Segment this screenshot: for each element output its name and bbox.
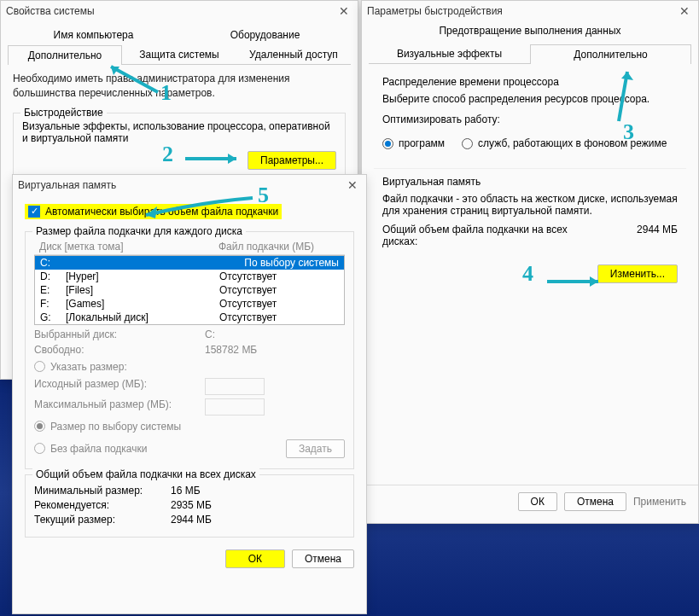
optimize-label: Оптимизировать работу: (382, 113, 678, 125)
radio-services[interactable]: служб, работающих в фоновом режиме (462, 137, 667, 149)
sysprops-title-bar: Свойства системы ✕ (1, 1, 358, 21)
radio-dot-icon (462, 138, 473, 149)
init-size-input (205, 378, 265, 395)
tab-advanced[interactable]: Дополнительно (8, 45, 122, 65)
virtual-memory-window: Виртуальная память ✕ ✓ Автоматически выб… (12, 174, 367, 614)
init-size-label: Исходный размер (МБ): (34, 378, 205, 395)
radio-system-size: Размер по выбору системы (34, 421, 345, 433)
perfopts-title-bar: Параметры быстродействия ✕ (362, 1, 698, 21)
performance-group-title: Быстродействие (20, 107, 107, 119)
vm-dialog-title: Виртуальная память (18, 179, 116, 191)
vm-total-value: 2944 МБ (637, 224, 678, 247)
radio-services-label: служб, работающих в фоновом режиме (478, 137, 667, 149)
close-icon[interactable]: ✕ (335, 4, 352, 18)
scheduling-desc: Выберите способ распределения ресурсов п… (382, 93, 678, 105)
cancel-button[interactable]: Отмена (564, 492, 626, 511)
cancel-button[interactable]: Отмена (292, 549, 354, 568)
selected-drive-label: Выбранный диск: (34, 328, 205, 340)
auto-manage-row[interactable]: ✓ Автоматически выбирать объем файла под… (25, 204, 282, 219)
radio-no-pagefile: Без файла подкачки (34, 443, 147, 455)
vm-group: Виртуальная память Файл подкачки - это о… (374, 168, 686, 292)
tab-visual-effects[interactable]: Визуальные эффекты (369, 44, 530, 63)
set-button: Задать (286, 439, 345, 458)
close-icon[interactable]: ✕ (344, 178, 361, 192)
sysprops-title: Свойства системы (6, 5, 95, 17)
perfopts-tabs: Визуальные эффекты Дополнительно (369, 44, 691, 64)
performance-group: Быстродействие Визуальные эффекты, испол… (13, 113, 346, 179)
free-space-value: 158782 МБ (205, 344, 257, 356)
radio-programs-label: программ (399, 137, 445, 149)
vm-total-label: Общий объем файла подкачки на всех диска… (382, 224, 579, 247)
radio-dot-icon (34, 361, 45, 372)
scheduling-title: Распределение времени процессора (382, 76, 678, 88)
total-pagefile-group: Общий объем файла подкачки на всех диска… (25, 474, 354, 538)
drive-row-e[interactable]: E:[Files]Отсутствует (35, 283, 344, 297)
tab-advanced-perf[interactable]: Дополнительно (530, 44, 691, 64)
tab-computer-name[interactable]: Имя компьютера (8, 25, 179, 44)
list-header-pagefile: Файл подкачки (МБ) (218, 241, 314, 253)
tab-system-protection[interactable]: Защита системы (122, 44, 236, 64)
cur-size-label: Текущий размер: (34, 514, 171, 526)
drive-row-c[interactable]: C:По выбору системы (35, 256, 344, 270)
performance-params-button[interactable]: Параметры... (248, 151, 336, 170)
admin-notice: Необходимо иметь права администратора дл… (1, 65, 358, 108)
tab-dep[interactable]: Предотвращение выполнения данных (362, 21, 698, 40)
vm-desc: Файл подкачки - это область на жестком д… (382, 193, 678, 217)
drive-list[interactable]: C:По выбору системы D:[Hyper]Отсутствует… (34, 255, 345, 325)
vm-title: Виртуальная память (382, 176, 678, 188)
drive-row-g[interactable]: G:[Локальный диск]Отсутствует (35, 311, 344, 324)
rec-size-value: 2935 МБ (171, 499, 212, 511)
radio-dot-icon (34, 443, 45, 454)
ok-button[interactable]: ОК (518, 492, 557, 511)
vm-title-bar: Виртуальная память ✕ (13, 175, 366, 195)
apply-button[interactable]: Применить (633, 496, 686, 508)
vm-change-button[interactable]: Изменить... (597, 264, 678, 283)
free-space-label: Свободно: (34, 344, 205, 356)
no-pagefile-label: Без файла подкачки (50, 443, 147, 455)
tab-remote[interactable]: Удаленный доступ (236, 44, 351, 64)
min-size-value: 16 МБ (171, 485, 201, 497)
custom-size-label: Указать размер: (50, 361, 127, 373)
max-size-input (205, 398, 265, 416)
sysprops-tabs: Имя компьютера Оборудование Дополнительн… (8, 25, 351, 65)
checkbox-checked-icon: ✓ (28, 206, 40, 218)
radio-dot-icon (34, 421, 45, 432)
performance-options-window: Параметры быстродействия ✕ Предотвращени… (361, 0, 699, 524)
system-size-label: Размер по выбору системы (50, 421, 181, 433)
performance-desc: Визуальные эффекты, использование процес… (22, 120, 336, 144)
auto-manage-label: Автоматически выбирать объем файла подка… (45, 206, 278, 218)
drive-size-group: Размер файла подкачки для каждого диска … (25, 231, 354, 469)
perfopts-button-row: ОК Отмена Применить (362, 485, 698, 518)
drive-size-title: Размер файла подкачки для каждого диска (32, 225, 246, 237)
selected-drive-value: C: (205, 328, 215, 340)
cur-size-value: 2944 МБ (171, 514, 212, 526)
total-pagefile-title: Общий объем файла подкачки на всех диска… (32, 468, 259, 480)
list-header-drive: Диск [метка тома] (39, 241, 218, 253)
scheduling-group: Распределение времени процессора Выберит… (374, 69, 686, 163)
max-size-label: Максимальный размер (МБ): (34, 398, 205, 416)
radio-custom-size: Указать размер: (34, 361, 345, 373)
radio-dot-icon (382, 138, 393, 149)
rec-size-label: Рекомендуется: (34, 499, 171, 511)
tab-hardware[interactable]: Оборудование (179, 25, 351, 44)
min-size-label: Минимальный размер: (34, 485, 171, 497)
vm-button-row: ОК Отмена (13, 543, 366, 575)
perfopts-title: Параметры быстродействия (367, 5, 503, 17)
close-icon[interactable]: ✕ (676, 4, 693, 18)
ok-button[interactable]: ОК (225, 549, 285, 568)
drive-row-d[interactable]: D:[Hyper]Отсутствует (35, 270, 344, 283)
drive-row-f[interactable]: F:[Games]Отсутствует (35, 297, 344, 311)
radio-programs[interactable]: программ (382, 137, 445, 149)
